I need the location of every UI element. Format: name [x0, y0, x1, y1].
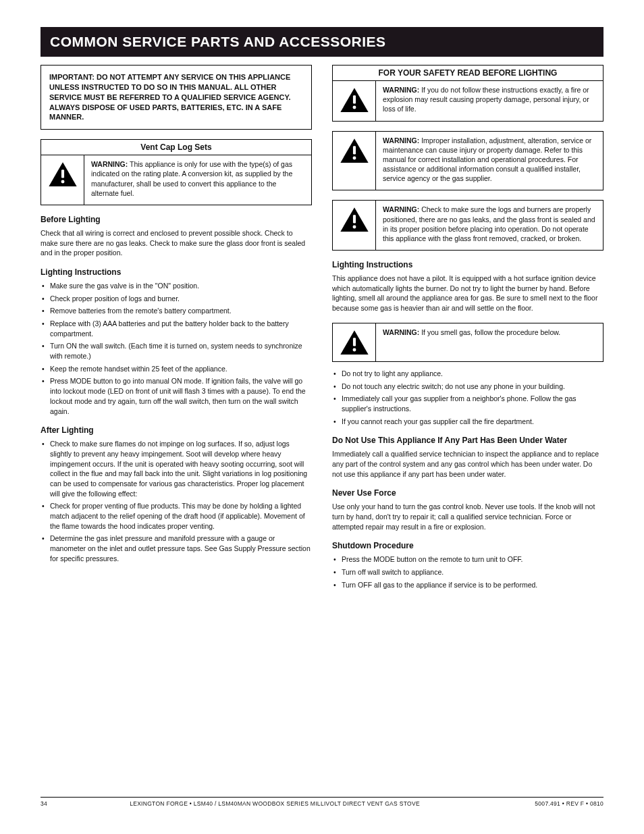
smell-gas-steps: Do not try to light any appliance. Do no…	[332, 369, 603, 426]
page-header: COMMON SERVICE PARTS AND ACCESSORIES	[41, 27, 603, 57]
underwater-para: Immediately call a qualified service tec…	[332, 449, 603, 479]
shutdown-heading: Shutdown Procedure	[332, 541, 603, 550]
alert-icon	[333, 201, 376, 250]
after-steps: Check to make sure flames do not impinge…	[41, 439, 312, 563]
vent-cap-group: Vent Cap Log Sets WARNING: This applianc…	[41, 139, 312, 205]
page-footer: 34 LEXINGTON FORGE • LSM40 / LSM40MAN WO…	[41, 797, 603, 807]
list-item: Check for proper venting of flue product…	[41, 501, 312, 531]
list-item: If you cannot reach your gas supplier ca…	[332, 417, 603, 427]
warning-conversion-kit: WARNING: This appliance is only for use …	[41, 155, 312, 205]
warning-text: WARNING: This appliance is only for use …	[84, 155, 311, 205]
list-item: Do not try to light any appliance.	[332, 369, 603, 379]
never-force-heading: Never Use Force	[332, 488, 603, 498]
list-item: Immediately call your gas supplier from …	[332, 394, 603, 413]
list-item: Keep the remote handset within 25 feet o…	[41, 364, 312, 374]
list-item: Turn OFF all gas to the appliance if ser…	[332, 580, 603, 590]
warning-smell-gas: WARNING: If you smell gas, follow the pr…	[332, 323, 603, 362]
alert-icon	[333, 132, 376, 190]
lighting-instructions-heading: Lighting Instructions	[41, 267, 312, 277]
warning-explosion: WARNING: If you do not follow these inst…	[332, 80, 603, 122]
never-force-para: Use only your hand to turn the gas contr…	[332, 502, 603, 531]
vent-cap-title: Vent Cap Log Sets	[41, 139, 312, 155]
list-item: Turn ON the wall switch. (Each time it i…	[41, 341, 312, 361]
lighting-steps: Make sure the gas valve is in the "ON" p…	[41, 281, 312, 416]
important-notice-box: IMPORTANT: DO NOT ATTEMPT ANY SERVICE ON…	[41, 65, 312, 130]
alert-icon	[333, 81, 376, 121]
page-title: COMMON SERVICE PARTS AND ACCESSORIES	[50, 34, 594, 50]
list-item: Press the MODE button on the remote to t…	[332, 554, 603, 565]
shutdown-steps: Press the MODE button on the remote to t…	[332, 554, 603, 590]
before-lighting-para: Check that all wiring is correct and enc…	[41, 228, 312, 258]
footer-revision: 5007.491 • REV F • 0810	[482, 800, 603, 807]
important-notice-text: IMPORTANT: DO NOT ATTEMPT ANY SERVICE ON…	[49, 73, 291, 121]
alert-icon	[41, 155, 84, 205]
list-item: Make sure the gas valve is in the "ON" p…	[41, 281, 312, 291]
right-column: FOR YOUR SAFETY READ BEFORE LIGHTING WAR…	[332, 65, 603, 595]
list-item: Do not touch any electric switch; do not…	[332, 382, 603, 392]
left-column: IMPORTANT: DO NOT ATTEMPT ANY SERVICE ON…	[41, 65, 312, 595]
warning-glass-front: WARNING: Check to make sure the logs and…	[332, 200, 603, 251]
list-item: Check proper position of logs and burner…	[41, 294, 312, 304]
list-item: Check to make sure flames do not impinge…	[41, 439, 312, 498]
right-lighting-para: This appliance does not have a pilot. It…	[332, 273, 603, 313]
before-lighting-heading: Before Lighting	[41, 215, 312, 224]
list-item: Determine the gas inlet pressure and man…	[41, 533, 312, 563]
list-item: Turn off wall switch to appliance.	[332, 567, 603, 577]
for-your-safety-title: FOR YOUR SAFETY READ BEFORE LIGHTING	[332, 65, 603, 80]
warning-improper-install: WARNING: Improper installation, adjustme…	[332, 131, 603, 191]
after-lighting-heading: After Lighting	[41, 425, 312, 435]
right-lighting-heading: Lighting Instructions	[332, 260, 603, 269]
alert-icon	[333, 323, 376, 361]
footer-title: LEXINGTON FORGE • LSM40 / LSM40MAN WOODB…	[68, 800, 482, 807]
two-column-layout: IMPORTANT: DO NOT ATTEMPT ANY SERVICE ON…	[41, 65, 603, 595]
list-item: Press MODE button to go into manual ON m…	[41, 376, 312, 416]
page-number: 34	[41, 800, 68, 807]
list-item: Replace with (3) AAA batteries and put t…	[41, 319, 312, 338]
underwater-heading: Do Not Use This Appliance If Any Part Ha…	[332, 436, 603, 445]
list-item: Remove batteries from the remote's batte…	[41, 306, 312, 316]
safety-group: FOR YOUR SAFETY READ BEFORE LIGHTING WAR…	[332, 65, 603, 251]
